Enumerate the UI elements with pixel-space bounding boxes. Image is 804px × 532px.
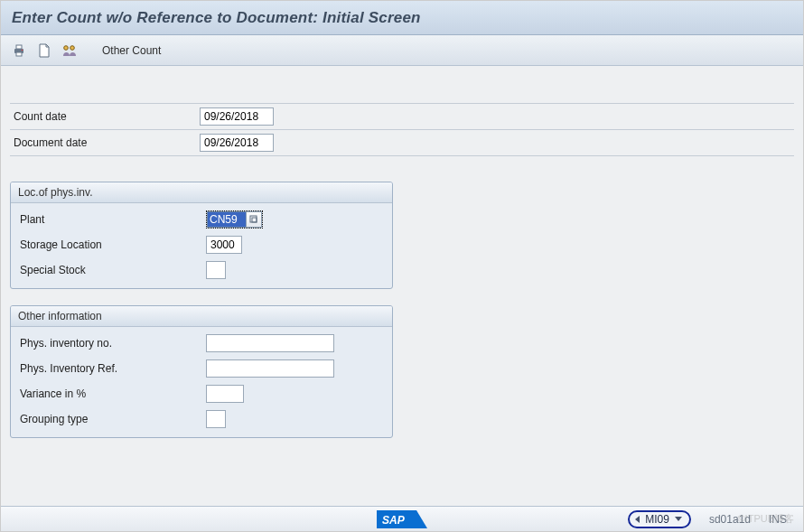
other-count-button[interactable]: Other Count <box>93 42 170 59</box>
svg-text:SAP: SAP <box>382 514 406 527</box>
grouping-type-input[interactable] <box>206 410 226 428</box>
plant-f4-help-button[interactable] <box>246 211 262 228</box>
svg-rect-7 <box>252 218 257 222</box>
insert-mode: INS <box>769 513 787 526</box>
svg-point-4 <box>64 45 69 50</box>
plant-field-wrap <box>206 210 263 229</box>
row-document-date: Document date <box>10 131 794 154</box>
system-id: sd01a1d <box>709 513 751 526</box>
document-date-input[interactable] <box>200 134 274 152</box>
row-storage-location: Storage Location <box>16 232 387 257</box>
document-date-label: Document date <box>10 136 200 149</box>
search-help-icon <box>249 215 258 224</box>
divider <box>10 129 794 130</box>
row-count-date: Count date <box>10 105 794 128</box>
count-date-label: Count date <box>10 110 200 123</box>
svg-rect-6 <box>250 216 257 222</box>
svg-rect-1 <box>16 45 22 49</box>
phys-inv-no-input[interactable] <box>206 334 334 352</box>
print-icon[interactable] <box>10 42 28 60</box>
phys-inv-ref-input[interactable] <box>206 359 334 378</box>
divider <box>10 155 794 156</box>
chevron-left-icon <box>635 516 640 523</box>
group-body-loc: Plant Storage Location <box>11 203 392 288</box>
overview-icon[interactable] <box>61 42 79 60</box>
row-phys-inv-ref: Phys. Inventory Ref. <box>16 356 387 381</box>
page-title: Enter Count w/o Reference to Document: I… <box>12 9 421 27</box>
content-area: Count date Document date Loc.of phys.inv… <box>1 66 803 447</box>
special-stock-label: Special Stock <box>16 264 206 276</box>
row-variance: Variance in % <box>16 381 387 406</box>
storage-location-input[interactable] <box>206 236 242 254</box>
toolbar: Other Count <box>1 35 803 66</box>
phys-inv-no-label: Phys. inventory no. <box>16 337 206 350</box>
document-icon[interactable] <box>35 42 53 60</box>
status-bar: SAP MI09 sd01a1d INS <box>1 506 803 531</box>
count-date-input[interactable] <box>200 107 274 126</box>
group-other-info: Other information Phys. inventory no. Ph… <box>10 305 393 438</box>
tcode-text: MI09 <box>645 513 669 526</box>
plant-label: Plant <box>16 213 206 226</box>
variance-input[interactable] <box>206 385 244 403</box>
plant-input[interactable] <box>207 211 247 228</box>
svg-point-5 <box>70 45 75 50</box>
title-bar: Enter Count w/o Reference to Document: I… <box>1 1 803 35</box>
row-grouping-type: Grouping type <box>16 406 387 432</box>
group-header-loc: Loc.of phys.inv. <box>11 182 392 203</box>
chevron-down-icon <box>675 517 682 521</box>
group-header-other: Other information <box>11 306 392 327</box>
variance-label: Variance in % <box>16 387 206 400</box>
row-plant: Plant <box>16 207 387 232</box>
phys-inv-ref-label: Phys. Inventory Ref. <box>16 362 206 375</box>
app-window: Enter Count w/o Reference to Document: I… <box>0 0 804 532</box>
sap-logo: SAP <box>377 509 427 530</box>
group-body-other: Phys. inventory no. Phys. Inventory Ref.… <box>11 327 392 437</box>
group-loc-phys-inv: Loc.of phys.inv. Plant <box>10 182 393 289</box>
tcode-selector[interactable]: MI09 <box>628 510 691 528</box>
svg-rect-2 <box>16 52 22 56</box>
row-phys-inv-no: Phys. inventory no. <box>16 331 387 356</box>
storage-location-label: Storage Location <box>16 238 206 251</box>
special-stock-input[interactable] <box>206 261 226 279</box>
divider <box>10 103 794 104</box>
svg-point-3 <box>22 49 23 51</box>
row-special-stock: Special Stock <box>16 257 387 283</box>
grouping-type-label: Grouping type <box>16 413 206 425</box>
